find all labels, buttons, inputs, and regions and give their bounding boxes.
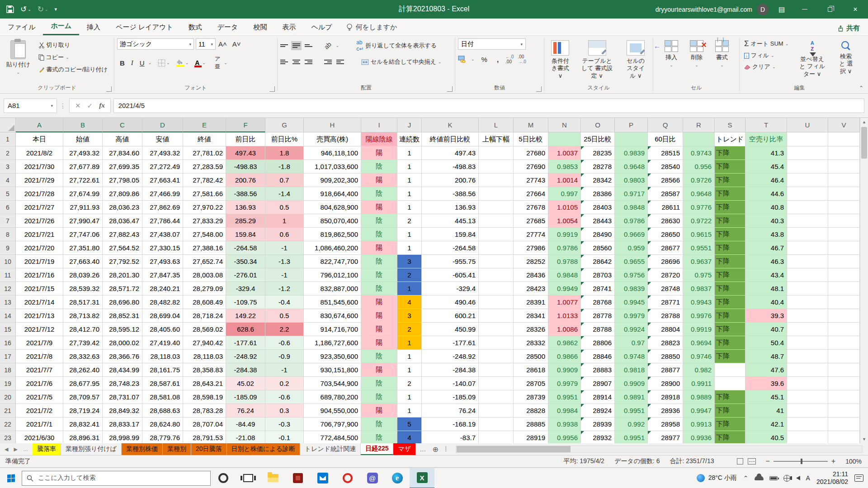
cell-M9[interactable]: 27986 [514, 241, 548, 255]
select-all-corner[interactable] [0, 118, 16, 132]
cell-K20[interactable]: -185.09 [422, 390, 479, 404]
cell-A20[interactable]: 2021/7/5 [16, 390, 63, 404]
clock[interactable]: 21:112021/08/02 [816, 470, 848, 486]
cell-O6[interactable]: 28403 [581, 201, 615, 214]
cell-E21[interactable]: 28,783.28 [183, 404, 226, 418]
cell-O10[interactable]: 28642 [581, 255, 615, 268]
cell-D20[interactable]: 28,581.08 [142, 390, 183, 404]
row-header-16[interactable]: 16 [0, 336, 16, 350]
cell-V18[interactable] [828, 363, 860, 377]
cell-K17[interactable]: -248.92 [422, 350, 479, 363]
format-as-table-button[interactable]: テーブルとして 書式設定 ∨ [576, 38, 618, 81]
page-layout-view-button[interactable] [737, 458, 743, 465]
cell-D8[interactable]: 27,438.07 [142, 228, 183, 241]
cell-U17[interactable] [787, 350, 828, 363]
cell-F6[interactable]: 136.93 [226, 201, 265, 214]
formula-bar-splitter[interactable]: ⋮ [60, 102, 66, 109]
align-bottom-icon[interactable] [305, 43, 312, 48]
cell-O9[interactable]: 28560 [581, 241, 615, 255]
orientation-icon[interactable]: ab [323, 41, 333, 51]
sheet-tab-日別と株価による診断[interactable]: 日別と株価による診断 [227, 443, 300, 455]
cell-A23[interactable]: 2021/6/30 [16, 431, 63, 443]
cell-F17[interactable]: -248.92 [226, 350, 265, 363]
row-header-18[interactable]: 18 [0, 363, 16, 377]
cell-O22[interactable]: 28939 [581, 418, 615, 431]
cell-Q9[interactable]: 28677 [648, 241, 683, 255]
cell-N1[interactable] [548, 132, 581, 146]
cell-R10[interactable]: 0.9637 [683, 255, 715, 268]
cell-B4[interactable]: 27,722.61 [63, 174, 103, 187]
sheet-tab-業種別張り付けば[interactable]: 業種別張り付けば [61, 443, 122, 455]
cell-B7[interactable]: 27,990.47 [63, 214, 103, 228]
cell-O13[interactable]: 28768 [581, 296, 615, 309]
percent-style-button[interactable]: % [479, 55, 490, 64]
cell-R13[interactable]: 0.9943 [683, 296, 715, 309]
cell-S19[interactable] [715, 377, 745, 390]
cell-R22[interactable]: 0.9913 [683, 418, 715, 431]
cell-U5[interactable] [787, 187, 828, 201]
cell-M10[interactable]: 28252 [514, 255, 548, 268]
cell-R15[interactable]: 0.9919 [683, 323, 715, 336]
cell-U6[interactable] [787, 201, 828, 214]
cell-V12[interactable] [828, 282, 860, 296]
cell-S14[interactable]: 下降 [715, 309, 745, 323]
cell-N23[interactable]: 0.9956 [548, 431, 581, 443]
cell-H18[interactable]: 930,151,800 [304, 363, 361, 377]
column-header-G[interactable]: G [265, 118, 304, 132]
cell-V10[interactable] [828, 255, 860, 268]
underline-button[interactable]: U [137, 58, 147, 68]
cell-I17[interactable]: 陰 [361, 350, 397, 363]
ribbon-tab-6[interactable]: 校閲 [245, 19, 274, 35]
cell-T2[interactable]: 41.3 [745, 146, 787, 160]
font-size-select[interactable]: 11▾ [196, 38, 216, 50]
cell-C5[interactable]: 27,809.86 [103, 187, 142, 201]
new-sheet-button[interactable]: ⊕ [429, 443, 441, 455]
cell-S1[interactable]: トレンド [715, 132, 745, 146]
cell-P19[interactable]: 0.9909 [615, 377, 648, 390]
sheet-tab-20日騰落[interactable]: 20日騰落 [191, 443, 227, 455]
cell-A2[interactable]: 2021/8/2 [16, 146, 63, 160]
cell-T18[interactable]: 47.6 [745, 363, 787, 377]
cell-G19[interactable]: 0.2 [265, 377, 304, 390]
cell-Q16[interactable]: 28823 [648, 336, 683, 350]
cell-R3[interactable]: 0.956 [683, 160, 715, 174]
cell-N16[interactable]: 0.9862 [548, 336, 581, 350]
cell-I4[interactable]: 陽 [361, 174, 397, 187]
cell-N7[interactable]: 1.0054 [548, 214, 581, 228]
cell-B6[interactable]: 27,911.93 [63, 201, 103, 214]
row-header-14[interactable]: 14 [0, 309, 16, 323]
cell-K8[interactable]: 159.84 [422, 228, 479, 241]
cell-V22[interactable] [828, 418, 860, 431]
cell-O19[interactable]: 28907 [581, 377, 615, 390]
cell-I2[interactable]: 陽 [361, 146, 397, 160]
ribbon-tab-2[interactable]: 挿入 [79, 19, 108, 35]
cell-L17[interactable] [479, 350, 514, 363]
cell-U23[interactable] [787, 431, 828, 443]
column-header-U[interactable]: U [787, 118, 828, 132]
cell-I7[interactable]: 陰 [361, 214, 397, 228]
sheet-tab-マザ[interactable]: マザ [393, 443, 416, 455]
cell-S7[interactable]: 下降 [715, 214, 745, 228]
redo-dropdown-icon[interactable]: ⌄ [45, 7, 48, 12]
cell-E18[interactable]: 28,358.83 [183, 363, 226, 377]
cell-F10[interactable]: -350.34 [226, 255, 265, 268]
cell-K19[interactable]: -140.07 [422, 377, 479, 390]
name-box[interactable]: A81▾ [4, 99, 57, 113]
cell-V13[interactable] [828, 296, 860, 309]
cell-V21[interactable] [828, 404, 860, 418]
column-header-F[interactable]: F [226, 118, 265, 132]
cell-R12[interactable]: 0.9837 [683, 282, 715, 296]
cell-E14[interactable]: 28,718.24 [183, 309, 226, 323]
cell-O21[interactable]: 28924 [581, 404, 615, 418]
column-header-P[interactable]: P [615, 118, 648, 132]
sheet-tab-業種別[interactable]: 業種別 [163, 443, 191, 455]
cell-G4[interactable]: 0.7 [265, 174, 304, 187]
cell-H10[interactable]: 822,747,700 [304, 255, 361, 268]
excel-taskbar-icon[interactable]: X [410, 468, 434, 488]
cell-J22[interactable]: 5 [397, 418, 422, 431]
cell-H1[interactable]: 売買高(株) [304, 132, 361, 146]
cell-K6[interactable]: 136.93 [422, 201, 479, 214]
column-header-S[interactable]: S [715, 118, 745, 132]
cell-R6[interactable]: 0.9776 [683, 201, 715, 214]
cell-R17[interactable]: 0.9746 [683, 350, 715, 363]
